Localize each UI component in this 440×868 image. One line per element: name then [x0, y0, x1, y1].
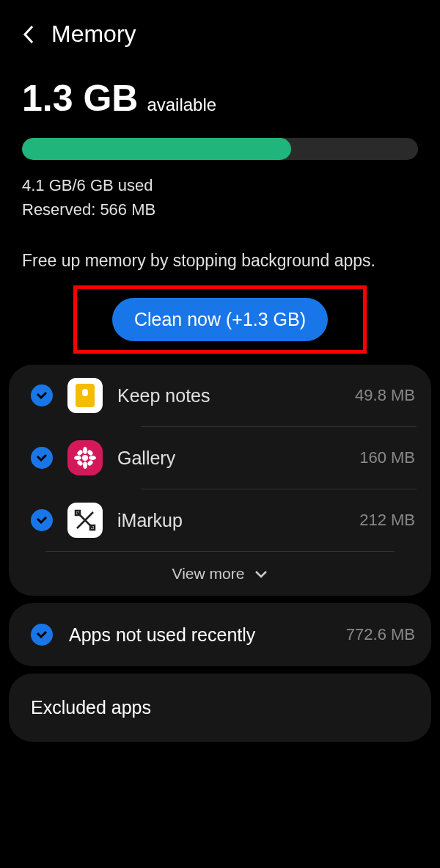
svg-point-0: [82, 455, 88, 461]
header: Memory: [0, 0, 440, 62]
memory-available-label: available: [147, 95, 216, 115]
highlight-annotation: Clean now (+1.3 GB): [73, 285, 367, 354]
view-more-label: View more: [172, 565, 245, 583]
page-title: Memory: [51, 21, 136, 48]
svg-point-1: [83, 447, 87, 454]
chevron-down-icon: [254, 569, 268, 578]
app-size: 49.8 MB: [355, 386, 415, 405]
app-name: iMarkup: [117, 510, 183, 531]
check-icon[interactable]: [31, 624, 53, 646]
not-used-card[interactable]: Apps not used recently 772.6 MB: [9, 603, 431, 666]
memory-usage-line2: Reserved: 566 MB: [22, 197, 418, 222]
app-row-imarkup[interactable]: iMarkup 212 MB: [9, 489, 431, 551]
app-name: Gallery: [117, 448, 175, 469]
hint-text: Free up memory by stopping background ap…: [0, 229, 440, 282]
app-row-keep-notes[interactable]: Keep notes 49.8 MB: [9, 365, 431, 426]
check-icon[interactable]: [31, 509, 53, 531]
memory-usage-line1: 4.1 GB/6 GB used: [22, 173, 418, 197]
clean-now-button[interactable]: Clean now (+1.3 GB): [112, 298, 328, 341]
not-used-label: Apps not used recently: [69, 624, 255, 646]
excluded-apps-label: Excluded apps: [31, 697, 409, 718]
app-size: 160 MB: [359, 448, 415, 467]
check-icon[interactable]: [31, 384, 53, 406]
app-row-gallery[interactable]: Gallery 160 MB: [9, 427, 431, 489]
svg-point-3: [74, 456, 81, 460]
gallery-icon: [67, 440, 103, 475]
svg-point-8: [87, 459, 94, 467]
memory-progress-fill: [22, 138, 291, 160]
svg-point-4: [89, 456, 96, 460]
svg-point-5: [76, 449, 84, 456]
check-icon[interactable]: [31, 447, 53, 469]
svg-point-7: [76, 459, 84, 467]
view-more-button[interactable]: View more: [9, 552, 431, 596]
keep-notes-icon: [67, 378, 103, 413]
imarkup-icon: [67, 503, 103, 538]
memory-amount: 1.3 GB: [22, 77, 138, 120]
app-size: 212 MB: [359, 511, 415, 530]
excluded-apps-card[interactable]: Excluded apps: [9, 674, 431, 742]
back-icon[interactable]: [22, 23, 37, 45]
memory-summary: 1.3 GB available 4.1 GB/6 GB used Reserv…: [0, 62, 440, 229]
apps-card: Keep notes 49.8 MB: [9, 365, 431, 596]
not-used-size: 772.6 MB: [346, 625, 415, 644]
memory-progress-bar: [22, 138, 418, 160]
svg-point-6: [87, 449, 94, 456]
app-name: Keep notes: [117, 385, 210, 406]
svg-point-2: [83, 462, 87, 469]
